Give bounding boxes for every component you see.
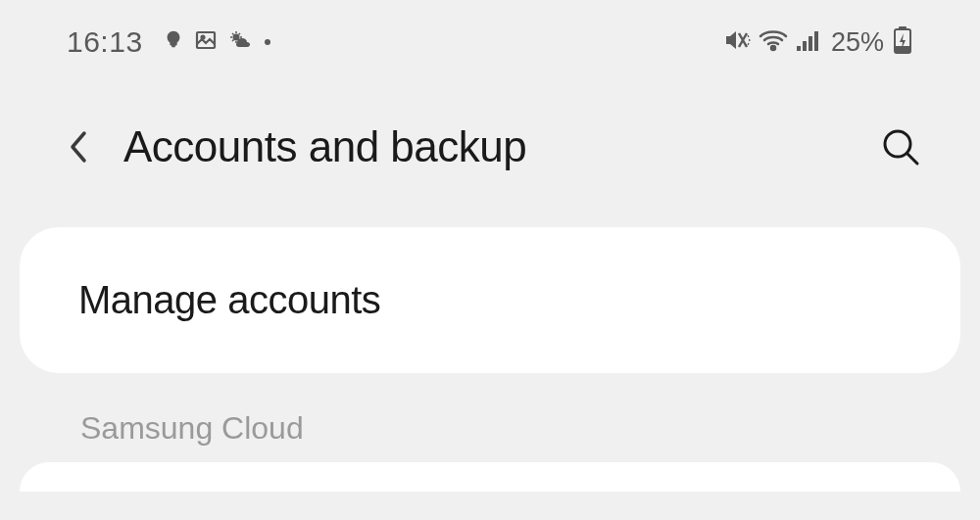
wifi-icon <box>759 28 788 56</box>
status-notification-icons <box>163 28 272 56</box>
page-header: Accounts and backup <box>0 71 980 204</box>
accounts-card: Manage accounts <box>20 227 960 373</box>
dot-icon <box>263 33 272 51</box>
weather-icon <box>227 29 253 55</box>
lightbulb-icon <box>163 29 184 55</box>
battery-percentage: 25% <box>831 27 884 58</box>
svg-rect-10 <box>899 26 906 30</box>
svg-point-3 <box>265 39 270 45</box>
mute-vibrate-icon <box>723 27 751 57</box>
image-icon <box>194 28 218 56</box>
status-left: 16:13 <box>67 25 272 59</box>
svg-point-1 <box>201 36 204 39</box>
back-button[interactable] <box>61 121 96 172</box>
svg-rect-6 <box>803 41 807 51</box>
svg-rect-8 <box>814 31 818 51</box>
battery-charging-icon <box>892 25 913 59</box>
svg-rect-7 <box>808 36 812 51</box>
status-time: 16:13 <box>67 25 143 59</box>
svg-rect-5 <box>797 46 801 51</box>
svg-point-4 <box>771 46 775 50</box>
svg-rect-11 <box>896 46 909 52</box>
signal-icon <box>796 28 821 56</box>
page-title: Accounts and backup <box>123 122 849 171</box>
status-bar: 16:13 <box>0 0 980 71</box>
manage-accounts-item[interactable]: Manage accounts <box>78 278 902 322</box>
search-button[interactable] <box>876 122 925 171</box>
status-right: 25% <box>723 25 913 59</box>
section-samsung-cloud: Samsung Cloud <box>80 410 980 447</box>
samsung-cloud-card <box>20 462 960 492</box>
